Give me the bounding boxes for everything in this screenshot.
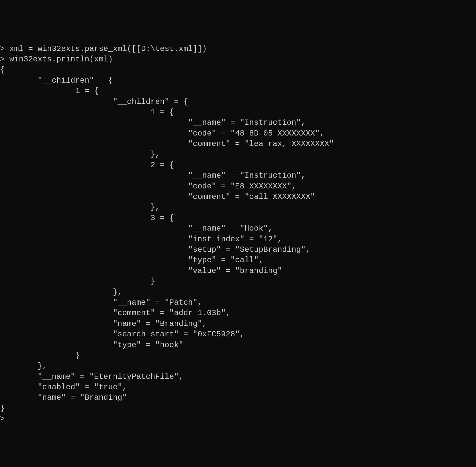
output-line: "name" = "Branding", — [0, 319, 476, 329]
terminal-output: > xml = win32exts.parse_xml([[D:\test.xm… — [0, 44, 476, 425]
output-line: }, — [0, 287, 476, 298]
output-line: "__children" = { — [0, 75, 476, 86]
output-line: "code" = "48 8D 05 XXXXXXXX", — [0, 128, 476, 139]
command-text: xml = win32exts.parse_xml([[D:\test.xml]… — [5, 44, 207, 53]
output-line: "name" = "Branding" — [0, 393, 476, 403]
output-line: "comment" = "lea rax, XXXXXXXX" — [0, 139, 476, 149]
output-line: "code" = "E8 XXXXXXXX", — [0, 181, 476, 192]
output-line: "type" = "call", — [0, 255, 476, 266]
output-line: }, — [0, 202, 476, 213]
prompt-char: > — [0, 44, 5, 53]
command-text: win32exts.println(xml) — [5, 55, 113, 64]
output-line: "__name" = "Patch", — [0, 298, 476, 308]
output-line: } — [0, 350, 476, 361]
output-line: "inst_index" = "12", — [0, 234, 476, 245]
output-line: "__children" = { — [0, 97, 476, 107]
output-line: } — [0, 403, 476, 414]
output-line: "comment" = "addr 1.03b", — [0, 308, 476, 318]
output-line: "setup" = "SetupBranding", — [0, 245, 476, 255]
output-line: 1 = { — [0, 107, 476, 118]
output-line: "comment" = "call XXXXXXXX" — [0, 192, 476, 202]
output-line: "__name" = "EternityPatchFile", — [0, 372, 476, 382]
output-line: }, — [0, 149, 476, 160]
output-line: "enabled" = "true", — [0, 382, 476, 393]
output-line: 3 = { — [0, 213, 476, 223]
output-line: "type" = "hook" — [0, 340, 476, 350]
output-line: 1 = { — [0, 86, 476, 96]
output-line: "value" = "branding" — [0, 266, 476, 276]
output-line: } — [0, 276, 476, 287]
output-line: "__name" = "Instruction", — [0, 170, 476, 181]
output-line: { — [0, 65, 476, 75]
output-line: 2 = { — [0, 160, 476, 170]
output-line: "search_start" = "0xFC5928", — [0, 329, 476, 340]
prompt-line[interactable]: > — [0, 414, 476, 424]
prompt-char: > — [0, 414, 5, 423]
prompt-char: > — [0, 55, 5, 64]
output-line: "__name" = "Instruction", — [0, 118, 476, 128]
input-line-1: > xml = win32exts.parse_xml([[D:\test.xm… — [0, 44, 476, 54]
input-line-2: > win32exts.println(xml) — [0, 54, 476, 65]
output-line: "__name" = "Hook", — [0, 223, 476, 234]
output-line: }, — [0, 361, 476, 371]
